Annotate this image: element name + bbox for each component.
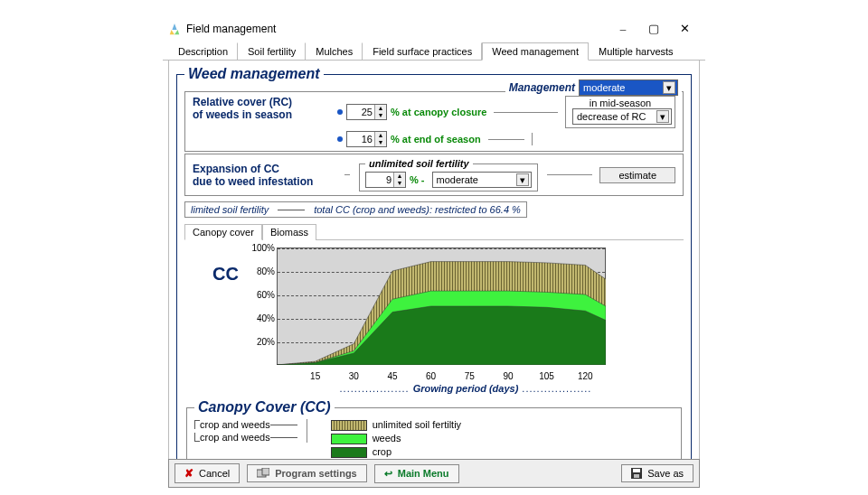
swatch-dgreen [331,447,367,458]
midseason-combo[interactable]: decrease of RC ▾ [572,108,672,125]
restriction-box: limited soil fertility total CC (crop an… [184,201,527,218]
spin-up-icon[interactable]: ▲ [375,132,386,139]
return-icon: ↩ [384,468,392,480]
exp-pct: % - [410,174,425,185]
estimate-button[interactable]: estimate [599,167,675,183]
bullet-icon [337,136,343,142]
program-settings-button[interactable]: Program settings [247,464,366,482]
management-value: moderate [583,82,625,93]
settings-icon [257,468,269,479]
y-tick: 40% [244,313,275,323]
swatch-lgreen [331,434,367,444]
legend-box: Canopy Cover (CC) crop and weeds crop an… [186,399,682,462]
save-as-button[interactable]: Save as [621,464,693,482]
footer-bar: ✘Cancel Program settings ↩ Main Menu Sav… [168,459,700,488]
svg-rect-6 [634,474,639,478]
x-tick: 90 [503,371,513,381]
chart-subtabs: Canopy coverBiomass [184,223,684,240]
tab-soil-fertility[interactable]: Soil fertility [238,42,306,61]
spin-up-icon[interactable]: ▲ [375,105,386,112]
weed-management-group: Weed management Management moderate ▾ Re… [176,66,692,471]
management-combo[interactable]: moderate ▾ [579,79,678,96]
midseason-value: decrease of RC [577,111,646,122]
subtab-canopy-cover[interactable]: Canopy cover [184,224,262,240]
exp-input[interactable] [370,173,393,186]
x-tick: 60 [426,371,436,381]
x-axis-label: Growing period (days) [248,383,684,394]
x-tick: 30 [349,371,359,381]
tab-multiple-harvests[interactable]: Multiple harvests [589,42,684,61]
main-tabs: DescriptionSoil fertilityMulchesField su… [163,42,705,61]
app-icon [168,23,181,35]
exp-combo-value: moderate [437,174,478,185]
closure-spin[interactable]: ▲▼ [346,104,387,120]
x-icon: ✘ [184,467,193,480]
x-tick: 45 [387,371,397,381]
rc-label-1: Relative cover (RC) [193,96,328,108]
restrict-label: limited soil fertility [191,204,269,215]
y-tick: 100% [244,243,275,253]
closure-input[interactable] [351,106,374,118]
x-tick: 105 [539,371,554,381]
exp-label-2: due to weed infestation [193,175,337,188]
legend-left-2: crop and weeds [200,432,270,443]
close-button[interactable]: ✕ [669,22,700,36]
chevron-down-icon: ▾ [663,81,675,94]
exp-combo[interactable]: moderate ▾ [432,172,532,188]
bullet-icon [337,109,343,115]
main-menu-button[interactable]: ↩ Main Menu [374,464,459,483]
legend-r3: crop [373,446,392,457]
restrict-text: total CC (crop and weeds): restricted to… [314,204,521,215]
tab-weed-management[interactable]: Weed management [482,42,589,61]
subtab-biomass[interactable]: Biomass [262,224,316,240]
closure-text: % at canopy closure [391,107,486,117]
y-tick: 60% [244,290,275,300]
legend-r2: weeds [373,433,401,444]
window-title: Field management [186,23,276,35]
legend-title: Canopy Cover (CC) [194,399,335,416]
eos-text: % at end of season [391,134,481,145]
program-label: Program settings [275,468,356,479]
eos-spin[interactable]: ▲▼ [346,131,387,147]
cancel-label: Cancel [199,468,230,479]
fert-legend: unlimited soil fertility [365,158,473,169]
y-tick: 20% [244,337,275,347]
tab-mulches[interactable]: Mulches [306,42,363,61]
exp-label-1: Expansion of CC [193,163,337,175]
rc-label-2: of weeds in season [193,108,328,121]
save-label: Save as [647,468,684,479]
expansion-group: Expansion of CC due to weed infestation … [184,154,684,196]
relative-cover-group: Relative cover (RC) of weeds in season ▲… [184,91,684,152]
save-icon [631,468,642,479]
legend-r1: unlimited soil fertiltiy [373,419,461,430]
eos-input[interactable] [351,133,374,145]
x-tick: 120 [578,371,593,381]
management-label: Management [509,81,575,94]
legend-left-1: crop and weeds [200,419,270,430]
main-label: Main Menu [398,468,449,479]
swatch-hatch [331,420,367,431]
x-tick: 75 [465,371,475,381]
x-tick: 15 [310,371,320,381]
svg-rect-3 [262,468,269,475]
tab-description[interactable]: Description [168,42,238,61]
chart-series [277,306,606,365]
chevron-down-icon: ▾ [516,173,529,186]
maximize-button[interactable]: ▢ [638,22,669,36]
titlebar: Field management – ▢ ✕ [163,18,705,40]
spin-up-icon[interactable]: ▲ [394,173,405,180]
tab-field-surface-practices[interactable]: Field surface practices [363,42,482,61]
cancel-button[interactable]: ✘Cancel [175,463,240,483]
exp-spin[interactable]: ▲▼ [365,172,406,188]
chevron-down-icon: ▾ [656,110,669,123]
group-title: Weed management [184,66,324,82]
svg-rect-5 [633,469,640,472]
spin-down-icon[interactable]: ▼ [375,112,386,119]
midseason-label: in mid-season [590,98,651,108]
spin-down-icon[interactable]: ▼ [375,139,386,146]
minimize-button[interactable]: – [608,22,638,36]
y-tick: 80% [244,266,275,276]
cc-axis-label: CC [184,248,239,285]
spin-down-icon[interactable]: ▼ [394,180,405,187]
canopy-chart: 20%40%60%80%100% 153045607590105120 [244,248,606,381]
